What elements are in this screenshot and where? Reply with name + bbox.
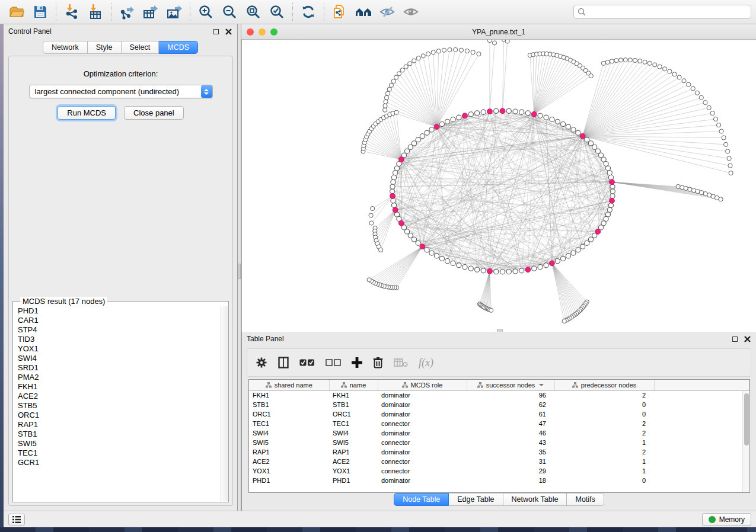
table-row[interactable]: STB1STB1dominator620 bbox=[249, 400, 749, 409]
table-row[interactable]: PHD1PHD1dominator180 bbox=[249, 476, 749, 485]
table-cell[interactable]: STB1 bbox=[329, 400, 378, 409]
table-header-row[interactable]: shared namenameMCDS rolesuccessor nodesp… bbox=[249, 380, 749, 390]
table-cell[interactable]: ORC1 bbox=[329, 409, 378, 419]
table-cell[interactable]: 1 bbox=[554, 438, 654, 447]
mcds-result-item[interactable]: SWI5 bbox=[18, 439, 221, 448]
table-cell[interactable]: connector bbox=[378, 438, 467, 447]
mcds-result-item[interactable]: RAP1 bbox=[18, 420, 221, 430]
table-cell[interactable]: 1 bbox=[554, 466, 654, 476]
mcds-result-item[interactable]: STB5 bbox=[18, 401, 221, 411]
table-cell[interactable]: YOX1 bbox=[249, 466, 329, 476]
table-cell[interactable]: FKH1 bbox=[329, 390, 378, 400]
table-cell[interactable]: TEC1 bbox=[249, 419, 329, 428]
table-row[interactable]: TEC1TEC1connector472 bbox=[249, 419, 749, 428]
run-mcds-button[interactable]: Run MCDS bbox=[58, 106, 116, 120]
delete-column-button[interactable] bbox=[373, 357, 383, 368]
table-cell[interactable]: 31 bbox=[467, 457, 554, 466]
table-cell[interactable]: connector bbox=[378, 457, 467, 466]
deselect-all-button[interactable] bbox=[326, 358, 341, 367]
select-all-button[interactable] bbox=[299, 358, 315, 367]
table-cell[interactable]: FKH1 bbox=[249, 390, 329, 400]
table-row[interactable]: ACE2ACE2connector311 bbox=[249, 457, 749, 466]
table-cell[interactable]: 29 bbox=[467, 466, 554, 476]
table-cell[interactable]: 62 bbox=[467, 400, 554, 409]
table-cell[interactable]: RAP1 bbox=[329, 447, 378, 457]
table-cell[interactable]: ORC1 bbox=[249, 409, 329, 419]
table-cell[interactable]: 2 bbox=[554, 428, 654, 438]
zoom-in-button[interactable] bbox=[194, 2, 218, 22]
import-network-button[interactable] bbox=[60, 2, 84, 22]
create-column-button[interactable] bbox=[352, 357, 362, 368]
table-cell[interactable]: 0 bbox=[554, 476, 654, 485]
mcds-result-item[interactable]: ORC1 bbox=[18, 411, 221, 420]
search-box[interactable] bbox=[573, 5, 751, 19]
column-header-successor-nodes[interactable]: successor nodes bbox=[467, 380, 554, 390]
mcds-result-item[interactable]: FKH1 bbox=[18, 382, 221, 392]
close-panel-button[interactable]: Close panel bbox=[124, 106, 184, 120]
tab-style[interactable]: Style bbox=[88, 41, 122, 54]
network-window-titlebar[interactable]: YPA_prune.txt_1 bbox=[241, 24, 756, 40]
table-row[interactable]: SWI5SWI5connector431 bbox=[249, 438, 749, 447]
column-header-MCDS-role[interactable]: MCDS role bbox=[378, 380, 467, 390]
criterion-dropdown[interactable]: largest connected component (undirected) bbox=[29, 85, 213, 98]
column-header-shared-name[interactable]: shared name bbox=[249, 380, 329, 390]
table-cell[interactable]: 35 bbox=[467, 447, 554, 457]
column-header-name[interactable]: name bbox=[329, 380, 378, 390]
table-tab-motifs[interactable]: Motifs bbox=[567, 493, 604, 506]
show-columns-button[interactable] bbox=[278, 357, 289, 368]
mcds-result-item[interactable]: TID3 bbox=[18, 335, 221, 344]
float-panel-icon[interactable] bbox=[212, 28, 220, 36]
memory-button[interactable]: Memory bbox=[702, 513, 751, 526]
table-cell[interactable]: PHD1 bbox=[249, 476, 329, 485]
maximize-window-icon[interactable] bbox=[270, 28, 277, 36]
table-cell[interactable]: SWI4 bbox=[329, 428, 378, 438]
table-cell[interactable]: SWI5 bbox=[249, 438, 329, 447]
table-tab-edge-table[interactable]: Edge Table bbox=[449, 493, 503, 506]
table-cell[interactable]: connector bbox=[378, 419, 467, 428]
search-input[interactable] bbox=[589, 8, 747, 16]
tab-mcds[interactable]: MCDS bbox=[159, 41, 198, 54]
mcds-result-item[interactable]: PMA2 bbox=[18, 373, 221, 382]
table-cell[interactable]: SWI4 bbox=[249, 428, 329, 438]
home-pair-button[interactable] bbox=[352, 2, 375, 22]
zoom-out-button[interactable] bbox=[218, 2, 241, 22]
table-cell[interactable]: 1 bbox=[554, 457, 654, 466]
tab-select[interactable]: Select bbox=[122, 41, 160, 54]
table-row[interactable]: YOX1YOX1connector291 bbox=[249, 466, 749, 476]
minimize-window-icon[interactable] bbox=[259, 28, 266, 36]
hide-eye-button[interactable] bbox=[375, 2, 399, 22]
node-table[interactable]: shared namenameMCDS rolesuccessor nodesp… bbox=[249, 380, 749, 485]
zoom-fit-button[interactable] bbox=[241, 2, 265, 22]
table-cell[interactable]: ACE2 bbox=[249, 457, 329, 466]
table-row[interactable]: FKH1FKH1dominator962 bbox=[249, 390, 749, 400]
refresh-button[interactable] bbox=[296, 2, 320, 22]
table-cell[interactable]: 2 bbox=[554, 419, 654, 428]
mcds-result-item[interactable]: TEC1 bbox=[18, 448, 221, 458]
table-cell[interactable]: ACE2 bbox=[329, 457, 378, 466]
table-cell[interactable]: 2 bbox=[554, 390, 654, 400]
export-table-button[interactable] bbox=[139, 2, 162, 22]
table-row[interactable]: RAP1RAP1dominator352 bbox=[249, 447, 749, 457]
mcds-result-item[interactable]: STP4 bbox=[18, 325, 221, 335]
table-cell[interactable]: 47 bbox=[467, 419, 554, 428]
clone-network-button[interactable] bbox=[328, 2, 352, 22]
table-cell[interactable]: TEC1 bbox=[329, 419, 378, 428]
table-cell[interactable]: SWI5 bbox=[329, 438, 378, 447]
table-cell[interactable]: connector bbox=[378, 466, 467, 476]
table-cell[interactable]: dominator bbox=[378, 476, 467, 485]
close-panel-icon[interactable] bbox=[225, 28, 232, 36]
network-canvas-svg[interactable] bbox=[241, 40, 756, 332]
mcds-result-item[interactable]: YOX1 bbox=[18, 344, 221, 354]
save-session-button[interactable] bbox=[28, 2, 52, 22]
table-cell[interactable]: dominator bbox=[378, 390, 467, 400]
table-row[interactable]: ORC1ORC1dominator610 bbox=[249, 409, 749, 419]
table-cell[interactable]: 2 bbox=[554, 447, 654, 457]
open-file-button[interactable] bbox=[5, 2, 28, 22]
export-image-button[interactable] bbox=[162, 2, 186, 22]
mcds-result-item[interactable]: SWI4 bbox=[18, 354, 221, 363]
task-history-button[interactable] bbox=[8, 514, 25, 525]
table-cell[interactable]: dominator bbox=[378, 447, 467, 457]
table-cell[interactable]: RAP1 bbox=[249, 447, 329, 457]
table-cell[interactable]: 18 bbox=[467, 476, 554, 485]
table-cell[interactable]: 96 bbox=[467, 390, 554, 400]
